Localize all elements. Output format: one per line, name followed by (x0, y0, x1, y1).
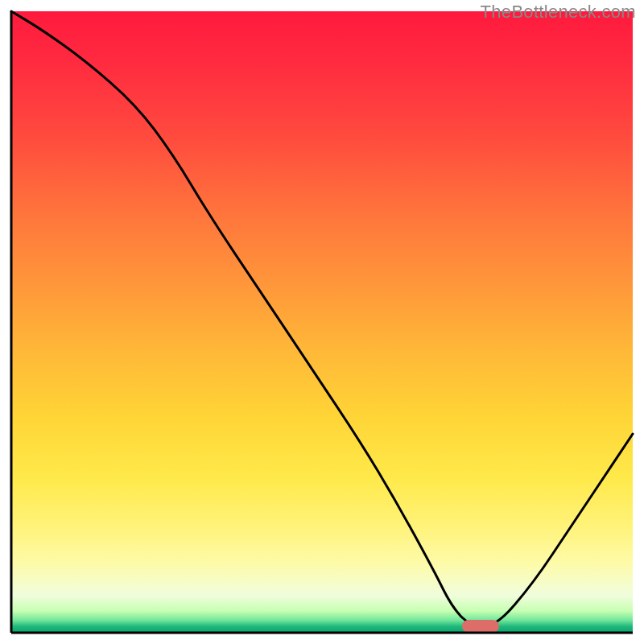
chart-background-gradient (11, 11, 633, 633)
bottleneck-chart: TheBottleneck.com (0, 0, 644, 644)
